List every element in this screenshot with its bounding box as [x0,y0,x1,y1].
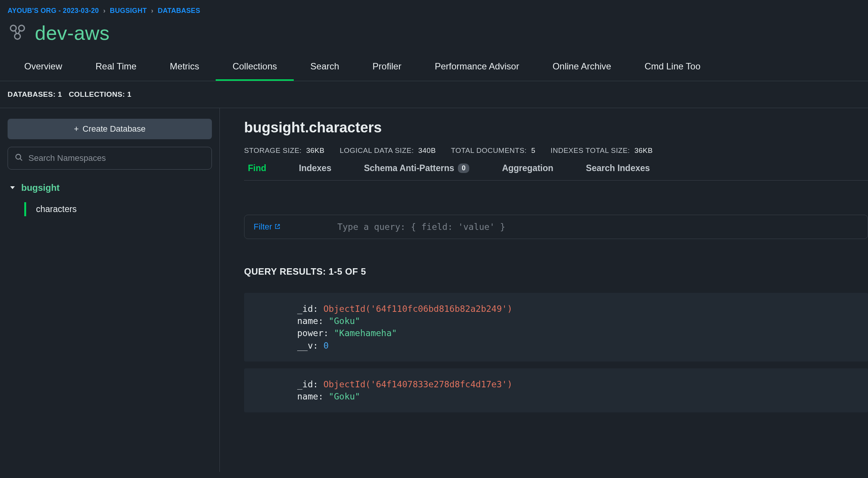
doc-field-key: name [297,316,318,326]
subtab-indexes[interactable]: Indexes [299,163,332,180]
query-results-header: QUERY RESULTS: 1-5 OF 5 [229,266,868,277]
svg-point-5 [16,154,21,159]
tab-realtime[interactable]: Real Time [79,53,153,81]
doc-field-value: "Goku" [329,392,360,401]
doc-field-value: ObjectId('64f110fc06bd816b82a2b249') [323,304,512,314]
svg-point-2 [14,33,20,39]
svg-line-6 [20,159,22,161]
search-namespaces-input[interactable] [28,153,205,163]
doc-field-key: power [297,328,323,338]
filter-link[interactable]: Filter [254,222,280,232]
collections-count-label: COLLECTIONS: [69,90,125,98]
databases-count-label: DATABASES: [8,90,56,98]
search-icon [15,153,23,163]
doc-field-value: "Goku" [329,316,360,326]
subtab-schema-anti-patterns[interactable]: Schema Anti-Patterns 0 [364,163,469,180]
total-documents-value: 5 [531,146,535,154]
collection-sub-tabs: Find Indexes Schema Anti-Patterns 0 Aggr… [244,163,868,181]
tab-metrics[interactable]: Metrics [153,53,216,81]
doc-field-key: name [297,392,318,401]
tab-collections[interactable]: Collections [216,53,293,81]
external-link-icon [274,222,280,232]
database-name: bugsight [21,182,60,193]
breadcrumb-sep: › [103,7,105,14]
collection-title: bugsight.characters [244,120,868,136]
breadcrumb-project[interactable]: BUGSIGHT [110,7,147,14]
collection-item-characters[interactable]: characters [24,202,212,216]
search-namespaces-wrapper[interactable] [8,147,212,170]
tab-search[interactable]: Search [294,53,356,81]
tab-profiler[interactable]: Profiler [356,53,418,81]
breadcrumb-org[interactable]: AYOUB'S ORG - 2023-03-20 [8,7,99,14]
doc-field-value: ObjectId('64f1407833e278d8fc4d17e3') [323,379,512,389]
logical-size-label: LOGICAL DATA SIZE: [340,146,414,154]
indexes-size-label: INDEXES TOTAL SIZE: [550,146,630,154]
create-database-label: Create Database [83,124,146,134]
subtab-schema-label: Schema Anti-Patterns [364,163,454,173]
tab-overview[interactable]: Overview [8,53,79,81]
collections-count-value: 1 [127,90,132,98]
sidebar: + Create Database bugsight characters [0,108,220,472]
svg-line-3 [15,30,17,34]
summary-bar: DATABASES: 1 COLLECTIONS: 1 [0,81,868,108]
subtab-search-indexes[interactable]: Search Indexes [586,163,650,180]
doc-field-value: "Kamehameha" [334,328,397,338]
breadcrumb: AYOUB'S ORG - 2023-03-20 › BUGSIGHT › DA… [0,0,868,18]
filter-row: Filter [244,215,868,239]
breadcrumb-section[interactable]: DATABASES [158,7,200,14]
database-tree: bugsight characters [8,182,212,216]
schema-badge: 0 [458,164,469,173]
total-documents-label: TOTAL DOCUMENTS: [451,146,527,154]
document-card[interactable]: _id: ObjectId('64f110fc06bd816b82a2b249'… [244,293,868,362]
collection-stats: STORAGE SIZE: 36KB LOGICAL DATA SIZE: 34… [244,146,868,155]
tab-online-archive[interactable]: Online Archive [536,53,628,81]
plus-icon: + [74,124,79,134]
cluster-icon [8,22,27,44]
filter-query-input[interactable] [337,222,859,232]
databases-count-value: 1 [58,90,62,98]
main-nav-tabs: Overview Real Time Metrics Collections S… [0,53,868,81]
subtab-aggregation[interactable]: Aggregation [502,163,553,180]
cluster-name: dev-aws [35,22,110,44]
cluster-title-row: dev-aws [0,18,868,53]
svg-line-4 [18,30,20,34]
doc-field-key: _id [297,304,313,314]
caret-down-icon [9,182,16,193]
document-card[interactable]: _id: ObjectId('64f1407833e278d8fc4d17e3'… [244,368,868,412]
doc-field-value: 0 [323,341,329,351]
storage-size-label: STORAGE SIZE: [244,146,302,154]
subtab-find[interactable]: Find [248,163,266,180]
content-area: bugsight.characters STORAGE SIZE: 36KB L… [220,108,868,472]
tab-performance-advisor[interactable]: Performance Advisor [418,53,536,81]
svg-line-7 [277,225,279,227]
collection-name: characters [36,204,77,214]
logical-size-value: 340B [418,146,436,154]
indexes-size-value: 36KB [635,146,653,154]
doc-field-key: _id [297,379,313,389]
breadcrumb-sep: › [151,7,154,14]
doc-field-key: __v [297,341,313,351]
storage-size-value: 36KB [306,146,324,154]
database-item-bugsight[interactable]: bugsight [9,182,212,193]
create-database-button[interactable]: + Create Database [8,119,212,139]
filter-label-text: Filter [254,222,272,232]
tab-cmd-line-tools[interactable]: Cmd Line Too [628,53,717,81]
